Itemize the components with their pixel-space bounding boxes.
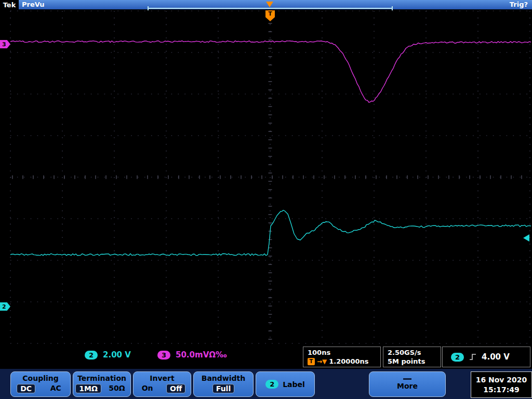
invert-title: Invert [134, 374, 191, 382]
coupling-ac-option[interactable]: AC [47, 384, 64, 393]
more-indicator-icon [403, 378, 411, 380]
trigger-delay: 1.20000ns [329, 357, 368, 365]
bandwidth-full-option[interactable]: Full [212, 384, 234, 393]
trigger-status: Trig? [510, 1, 528, 8]
sample-rate: 2.50GS/s [388, 349, 421, 356]
graticule [0, 0, 532, 345]
rising-edge-icon [469, 353, 476, 361]
trigger-position-arrow-icon[interactable] [266, 2, 273, 7]
horizontal-readout[interactable]: 100ns T →▼ 1.20000ns [303, 347, 381, 367]
label-channel-badge: 2 [265, 380, 278, 389]
channel3-readout[interactable]: 3 50.0mVΩ‰ [157, 350, 227, 360]
date-text: 16 Nov 2020 [476, 375, 527, 385]
coupling-title: Coupling [11, 374, 70, 382]
delay-arrow-icon: →▼ [317, 358, 327, 365]
bandwidth-button[interactable]: Bandwidth Full [193, 371, 254, 397]
termination-1mohm-option[interactable]: 1MΩ [75, 384, 101, 393]
more-title: More [397, 382, 418, 390]
coupling-dc-option[interactable]: DC [17, 384, 35, 393]
termination-button[interactable]: Termination 1MΩ 50Ω [73, 371, 131, 397]
oscilloscope-screen: Tek PreVu Trig? T 3 2 2 2.00 V 3 50.0mVΩ… [0, 0, 532, 399]
readout-strip: 2 2.00 V 3 50.0mVΩ‰ 100ns T →▼ 1.20000ns… [0, 345, 532, 369]
datetime-display: 16 Nov 2020 15:17:49 [471, 371, 532, 398]
invert-off-option[interactable]: Off [166, 384, 185, 393]
coupling-button[interactable]: Coupling DC AC [10, 371, 71, 397]
channel2-scale: 2.00 V [103, 350, 131, 360]
time-text: 15:17:49 [483, 385, 520, 395]
tek-logo: Tek [0, 0, 19, 9]
trigger-level: 4.00 V [482, 352, 510, 362]
termination-title: Termination [73, 374, 130, 382]
bottom-menu-bar: Coupling DC AC Termination 1MΩ 50Ω Inver… [0, 369, 532, 399]
trigger-readout[interactable]: 2 4.00 V [442, 347, 530, 367]
more-button[interactable]: More [369, 371, 446, 397]
channel3-scale: 50.0mVΩ‰ [176, 350, 227, 360]
bandwidth-title: Bandwidth [194, 374, 253, 382]
record-view-right-bracket [392, 6, 393, 10]
trigger-level-arrow-icon[interactable] [523, 234, 529, 242]
channel2-readout[interactable]: 2 2.00 V [85, 350, 131, 360]
trigger-badge-icon: T [308, 358, 315, 365]
record-length: 5M points [388, 357, 425, 365]
invert-button[interactable]: Invert On Off [133, 371, 191, 397]
record-view-bar [148, 8, 392, 9]
label-button[interactable]: 2 Label [256, 371, 315, 397]
record-view-left-bracket [148, 6, 149, 10]
trigger-source-badge: 2 [451, 353, 464, 362]
termination-50ohm-option[interactable]: 50Ω [105, 384, 128, 393]
channel3-badge: 3 [157, 351, 170, 360]
time-per-div: 100ns [308, 349, 330, 356]
label-title: Label [283, 380, 305, 389]
channel2-badge: 2 [85, 351, 98, 360]
acquisition-readout[interactable]: 2.50GS/s 5M points [383, 347, 441, 367]
acquisition-status: PreVu [22, 1, 45, 8]
invert-on-option[interactable]: On [139, 384, 156, 393]
